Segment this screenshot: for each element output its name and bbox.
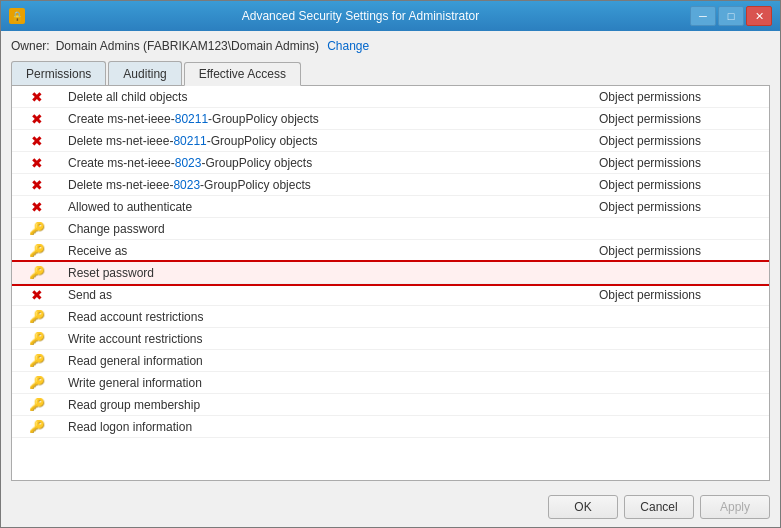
cancel-button[interactable]: Cancel xyxy=(624,495,694,519)
tab-bar: Permissions Auditing Effective Access xyxy=(11,61,770,85)
content-area: Owner: Domain Admins (FABRIKAM123\Domain… xyxy=(1,31,780,487)
deny-icon: ✖ xyxy=(12,200,62,214)
table-row[interactable]: 🔑Change password xyxy=(12,218,769,240)
inherited-from xyxy=(593,403,753,407)
table-body[interactable]: ✖Delete all child objectsObject permissi… xyxy=(12,86,769,480)
table-row[interactable]: ✖Delete ms-net-ieee-8023-GroupPolicy obj… xyxy=(12,174,769,196)
allow-icon: 🔑 xyxy=(12,310,62,323)
table-row[interactable]: ✖Delete ms-net-ieee-80211-GroupPolicy ob… xyxy=(12,130,769,152)
permission-name: Write general information xyxy=(62,374,593,392)
table-row[interactable]: 🔑Read general information xyxy=(12,350,769,372)
deny-icon: ✖ xyxy=(12,134,62,148)
inherited-from: Object permissions xyxy=(593,154,753,172)
table-row[interactable]: 🔑Receive asObject permissions xyxy=(12,240,769,262)
inherited-from xyxy=(593,315,753,319)
minimize-button[interactable]: ─ xyxy=(690,6,716,26)
permission-name: Delete all child objects xyxy=(62,88,593,106)
permission-name: Send as xyxy=(62,286,593,304)
tab-auditing[interactable]: Auditing xyxy=(108,61,181,85)
table-row[interactable]: 🔑Read group membership xyxy=(12,394,769,416)
allow-icon: 🔑 xyxy=(12,222,62,235)
owner-label: Owner: xyxy=(11,39,50,53)
permission-name: Read group membership xyxy=(62,396,593,414)
owner-value: Domain Admins (FABRIKAM123\Domain Admins… xyxy=(56,39,319,53)
window-icon: 🔒 xyxy=(9,8,25,24)
inherited-from xyxy=(593,227,753,231)
ok-button[interactable]: OK xyxy=(548,495,618,519)
table-row[interactable]: ✖Delete all child objectsObject permissi… xyxy=(12,86,769,108)
inherited-from: Object permissions xyxy=(593,176,753,194)
permission-name: Reset password xyxy=(62,264,593,282)
permission-name: Write account restrictions xyxy=(62,330,593,348)
table-row[interactable]: ✖Create ms-net-ieee-8023-GroupPolicy obj… xyxy=(12,152,769,174)
change-owner-link[interactable]: Change xyxy=(327,39,369,53)
inherited-from xyxy=(593,337,753,341)
allow-icon: 🔑 xyxy=(12,354,62,367)
table-row[interactable]: 🔑Write account restrictions xyxy=(12,328,769,350)
permission-name: Delete ms-net-ieee-8023-GroupPolicy obje… xyxy=(62,176,593,194)
bottom-bar: OK Cancel Apply xyxy=(1,487,780,527)
inherited-from xyxy=(593,271,753,275)
inherited-from: Object permissions xyxy=(593,110,753,128)
permission-name: Create ms-net-ieee-80211-GroupPolicy obj… xyxy=(62,110,593,128)
main-window: 🔒 Advanced Security Settings for Adminis… xyxy=(0,0,781,528)
table-row[interactable]: ✖Send asObject permissions xyxy=(12,284,769,306)
inherited-from: Object permissions xyxy=(593,88,753,106)
table-row[interactable]: ✖Allowed to authenticateObject permissio… xyxy=(12,196,769,218)
deny-icon: ✖ xyxy=(12,288,62,302)
deny-icon: ✖ xyxy=(12,90,62,104)
permissions-table: ✖Delete all child objectsObject permissi… xyxy=(12,86,769,480)
permission-name: Allowed to authenticate xyxy=(62,198,593,216)
table-row[interactable]: ✖Create ms-net-ieee-80211-GroupPolicy ob… xyxy=(12,108,769,130)
table-row[interactable]: 🔑Read account restrictions xyxy=(12,306,769,328)
table-row[interactable]: 🔑Write general information xyxy=(12,372,769,394)
permission-name: Change password xyxy=(62,220,593,238)
permission-name: Read account restrictions xyxy=(62,308,593,326)
allow-icon: 🔑 xyxy=(12,376,62,389)
allow-icon: 🔑 xyxy=(12,332,62,345)
permission-name: Receive as xyxy=(62,242,593,260)
inherited-from: Object permissions xyxy=(593,132,753,150)
maximize-button[interactable]: □ xyxy=(718,6,744,26)
title-bar: 🔒 Advanced Security Settings for Adminis… xyxy=(1,1,780,31)
allow-icon: 🔑 xyxy=(12,244,62,257)
close-button[interactable]: ✕ xyxy=(746,6,772,26)
inherited-from: Object permissions xyxy=(593,242,753,260)
tab-effective-access[interactable]: Effective Access xyxy=(184,62,301,86)
window-title: Advanced Security Settings for Administr… xyxy=(31,9,690,23)
tab-permissions[interactable]: Permissions xyxy=(11,61,106,85)
inherited-from xyxy=(593,425,753,429)
apply-button[interactable]: Apply xyxy=(700,495,770,519)
deny-icon: ✖ xyxy=(12,156,62,170)
inherited-from xyxy=(593,381,753,385)
permission-name: Read general information xyxy=(62,352,593,370)
permission-name: Create ms-net-ieee-8023-GroupPolicy obje… xyxy=(62,154,593,172)
owner-row: Owner: Domain Admins (FABRIKAM123\Domain… xyxy=(11,39,770,53)
inherited-from: Object permissions xyxy=(593,286,753,304)
table-row[interactable]: 🔑Reset password xyxy=(12,262,769,284)
tab-panel: ✖Delete all child objectsObject permissi… xyxy=(11,85,770,481)
inherited-from xyxy=(593,359,753,363)
allow-icon: 🔑 xyxy=(12,266,62,279)
allow-icon: 🔑 xyxy=(12,398,62,411)
inherited-from: Object permissions xyxy=(593,198,753,216)
table-row[interactable]: 🔑Read logon information xyxy=(12,416,769,438)
deny-icon: ✖ xyxy=(12,178,62,192)
window-controls: ─ □ ✕ xyxy=(690,6,772,26)
deny-icon: ✖ xyxy=(12,112,62,126)
allow-icon: 🔑 xyxy=(12,420,62,433)
permission-name: Read logon information xyxy=(62,418,593,436)
permission-name: Delete ms-net-ieee-80211-GroupPolicy obj… xyxy=(62,132,593,150)
